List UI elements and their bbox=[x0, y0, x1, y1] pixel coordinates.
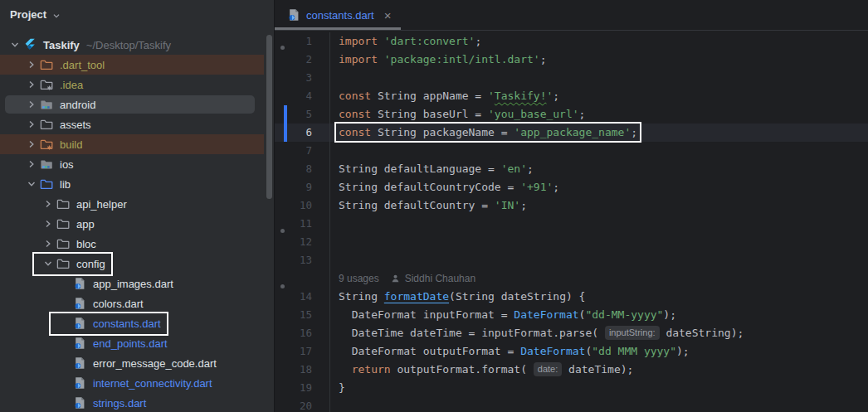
folder-blue-icon bbox=[40, 177, 53, 191]
tree-item-label: internet_connectivity.dart bbox=[93, 377, 212, 390]
tree-item--dart-tool[interactable]: .dart_tool bbox=[0, 55, 274, 75]
code-text[interactable]: String defaultLanguage = 'en'; bbox=[330, 160, 534, 178]
code-text[interactable]: String formatDate(String dateString) { bbox=[330, 288, 585, 306]
code-line-6: 6const String packageName = 'app_package… bbox=[275, 124, 868, 142]
editor-gutter[interactable]: 5 bbox=[275, 105, 330, 124]
dart-file-icon bbox=[73, 317, 86, 330]
code-text[interactable] bbox=[330, 69, 339, 87]
tree-item-config[interactable]: config bbox=[0, 254, 274, 274]
code-text[interactable] bbox=[330, 251, 339, 269]
tree-item-app[interactable]: app bbox=[0, 214, 274, 234]
dart-file-icon bbox=[73, 317, 87, 330]
code-token: } bbox=[339, 381, 345, 394]
code-text[interactable]: DateFormat inputFormat = DateFormat("dd-… bbox=[330, 306, 676, 324]
code-text[interactable]: DateFormat outputFormat = DateFormat("dd… bbox=[330, 342, 690, 361]
editor-gutter[interactable]: 8 bbox=[275, 160, 330, 178]
code-editor[interactable]: 1import 'dart:convert';2import 'package:… bbox=[275, 31, 868, 412]
tree-item-android[interactable]: android bbox=[0, 95, 274, 114]
code-text[interactable]: DateTime dateTime = inputFormat.parse( i… bbox=[330, 324, 744, 342]
editor-gutter[interactable]: 6 bbox=[275, 124, 330, 142]
dart-file-icon bbox=[73, 376, 87, 390]
chevron-down-icon[interactable] bbox=[7, 38, 23, 51]
tree-item-error-message-code-dart[interactable]: error_message_code.dart bbox=[0, 353, 274, 373]
code-text[interactable]: const String packageName = 'app_package_… bbox=[330, 124, 637, 142]
close-icon[interactable]: × bbox=[384, 9, 392, 22]
chevron-right-icon[interactable] bbox=[40, 197, 56, 211]
chevron-right-icon[interactable] bbox=[23, 78, 40, 91]
usages-hint[interactable]: 9 usages bbox=[339, 269, 379, 288]
code-text[interactable]: const String appName = 'Taskify!'; bbox=[330, 87, 559, 105]
tree-item--idea[interactable]: .idea bbox=[0, 75, 274, 95]
author-hint[interactable]: Siddhi Chauhan bbox=[405, 269, 475, 288]
editor-gutter[interactable]: 7 bbox=[275, 142, 330, 160]
code-text[interactable] bbox=[330, 215, 339, 233]
tree-item-lib[interactable]: lib bbox=[0, 174, 274, 194]
editor-gutter[interactable]: 3 bbox=[275, 69, 330, 87]
code-text[interactable]: return outputFormat.format( date: dateTi… bbox=[330, 361, 633, 379]
tree-item-build[interactable]: build bbox=[0, 134, 274, 154]
code-text[interactable]: } bbox=[330, 379, 345, 397]
code-text[interactable] bbox=[330, 397, 339, 412]
editor-gutter[interactable]: 15 bbox=[275, 306, 330, 324]
chevron-right-icon[interactable] bbox=[23, 138, 40, 151]
chevron-right-icon[interactable] bbox=[23, 158, 40, 171]
chevron-right-icon[interactable] bbox=[23, 58, 40, 71]
chevron-right-icon[interactable] bbox=[40, 217, 56, 230]
code-line-15: 15 DateFormat inputFormat = DateFormat("… bbox=[275, 306, 868, 324]
module-folder-icon bbox=[40, 158, 54, 171]
code-token: dateTime); bbox=[562, 363, 633, 376]
chevron-right-icon[interactable] bbox=[23, 118, 40, 131]
tree-item-constants-dart[interactable]: constants.dart bbox=[0, 313, 274, 333]
code-line-19: 19} bbox=[275, 379, 868, 397]
tree-item-internet-connectivity-dart[interactable]: internet_connectivity.dart bbox=[0, 373, 274, 393]
tree-item-label: strings.dart bbox=[93, 397, 146, 410]
chevron-down-icon[interactable] bbox=[51, 10, 62, 22]
editor-gutter[interactable]: 13 bbox=[275, 251, 330, 269]
code-text[interactable]: import 'package:intl/intl.dart'; bbox=[330, 51, 546, 69]
code-line-5: 5const String baseUrl = 'you_base_url'; bbox=[275, 105, 868, 124]
editor-gutter[interactable]: 20 bbox=[275, 397, 330, 412]
tab-constants-dart[interactable]: constants.dart × bbox=[275, 0, 401, 30]
editor-gutter[interactable]: 12 bbox=[275, 233, 330, 251]
editor-gutter[interactable]: 10 bbox=[275, 196, 330, 215]
tree-item-app-images-dart[interactable]: app_images.dart bbox=[0, 274, 274, 293]
tree-item-taskify[interactable]: Taskify~/Desktop/Taskify bbox=[0, 35, 274, 55]
tree-item-label: constants.dart bbox=[93, 317, 161, 330]
tree-item-colors-dart[interactable]: colors.dart bbox=[0, 293, 274, 313]
tree-item-strings-dart[interactable]: strings.dart bbox=[0, 393, 274, 412]
editor-gutter[interactable]: 17 bbox=[275, 342, 330, 361]
line-number: 20 bbox=[300, 397, 312, 412]
editor-gutter[interactable]: 19 bbox=[275, 379, 330, 397]
code-vision-hint[interactable]: 9 usagesSiddhi Chauhan bbox=[330, 269, 475, 288]
annotation-box: config bbox=[37, 256, 109, 272]
folder-blue-icon bbox=[40, 177, 54, 191]
editor-gutter[interactable]: 16 bbox=[275, 324, 330, 342]
chevron-right-icon[interactable] bbox=[23, 98, 40, 111]
code-text[interactable]: const String baseUrl = 'you_base_url'; bbox=[330, 105, 585, 124]
tree-item-end-points-dart[interactable]: end_points.dart bbox=[0, 333, 274, 353]
editor-gutter[interactable]: 9 bbox=[275, 178, 330, 196]
code-text[interactable]: String defaultCountry = 'IN'; bbox=[330, 196, 527, 215]
editor-gutter[interactable]: 2 bbox=[275, 51, 330, 69]
chevron-down-icon[interactable] bbox=[23, 177, 40, 191]
editor-gutter[interactable]: 14 bbox=[275, 288, 330, 306]
tree-item-ios[interactable]: ios bbox=[0, 154, 274, 174]
chevron-down-icon[interactable] bbox=[40, 257, 56, 270]
tree-item-api-helper[interactable]: api_helper bbox=[0, 194, 274, 214]
code-text[interactable]: String defaultCountryCode = '+91'; bbox=[330, 178, 559, 196]
chevron-right-icon bbox=[25, 158, 38, 171]
line-number: 12 bbox=[300, 233, 312, 251]
code-text[interactable]: import 'dart:convert'; bbox=[330, 32, 481, 51]
tree-item-bloc[interactable]: bloc bbox=[0, 234, 274, 254]
code-text[interactable] bbox=[330, 142, 339, 160]
tree-item-assets[interactable]: assets bbox=[0, 114, 274, 134]
editor-gutter[interactable]: 18 bbox=[275, 361, 330, 379]
chevron-right-icon[interactable] bbox=[40, 237, 56, 250]
dart-file-icon bbox=[73, 337, 87, 350]
code-token: String appName = bbox=[378, 90, 488, 102]
editor-gutter[interactable]: 4 bbox=[275, 87, 330, 105]
project-tree: Taskify~/Desktop/Taskify.dart_tool.ideaa… bbox=[0, 35, 274, 412]
project-scrollbar-thumb[interactable] bbox=[266, 35, 272, 199]
code-text[interactable] bbox=[330, 233, 339, 251]
gutter-marker-dot bbox=[280, 46, 285, 50]
